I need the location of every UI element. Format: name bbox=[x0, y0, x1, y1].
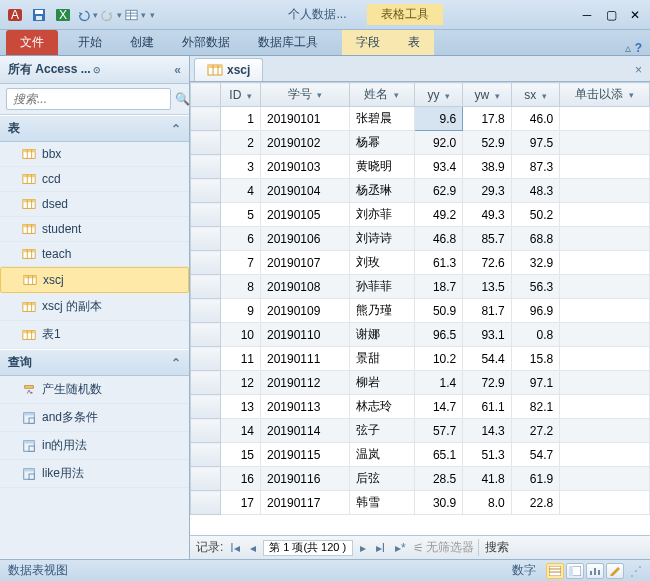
grid-cell[interactable]: 41.8 bbox=[463, 467, 511, 491]
grid-cell[interactable]: 50.2 bbox=[511, 203, 559, 227]
grid-cell[interactable]: 刘亦菲 bbox=[349, 203, 414, 227]
grid-cell[interactable]: 61.1 bbox=[463, 395, 511, 419]
grid-cell[interactable]: 49.3 bbox=[463, 203, 511, 227]
row-selector[interactable] bbox=[191, 131, 221, 155]
grid-cell[interactable]: 刘玫 bbox=[349, 251, 414, 275]
grid-cell[interactable] bbox=[560, 227, 650, 251]
recnav-next-icon[interactable]: ▸ bbox=[357, 541, 369, 555]
grid-cell[interactable]: 黄晓明 bbox=[349, 155, 414, 179]
grid-cell[interactable]: 32.9 bbox=[511, 251, 559, 275]
nav-group-查询[interactable]: 查询⌃ bbox=[0, 349, 189, 376]
grid-cell[interactable]: 9 bbox=[221, 299, 261, 323]
grid-cell[interactable]: 刘诗诗 bbox=[349, 227, 414, 251]
nav-collapse-icon[interactable]: « bbox=[174, 63, 181, 77]
grid-cell[interactable]: 景甜 bbox=[349, 347, 414, 371]
column-dropdown-icon[interactable]: ▾ bbox=[542, 91, 547, 101]
grid-cell[interactable] bbox=[560, 491, 650, 515]
grid-cell[interactable]: 孙菲菲 bbox=[349, 275, 414, 299]
grid-cell[interactable]: 29.3 bbox=[463, 179, 511, 203]
nav-item-xscj 的副本[interactable]: xscj 的副本 bbox=[0, 293, 189, 321]
row-selector[interactable] bbox=[191, 107, 221, 131]
row-selector[interactable] bbox=[191, 155, 221, 179]
grid-cell[interactable]: 20190115 bbox=[261, 443, 350, 467]
nav-header[interactable]: 所有 Access ... ⊙ « bbox=[0, 56, 189, 84]
grid-cell[interactable]: 93.4 bbox=[414, 155, 462, 179]
grid-cell[interactable] bbox=[560, 443, 650, 467]
recnav-search-label[interactable]: 搜索 bbox=[478, 539, 509, 556]
grid-cell[interactable]: 81.7 bbox=[463, 299, 511, 323]
column-header[interactable]: ID ▾ bbox=[221, 83, 261, 107]
grid-cell[interactable] bbox=[560, 203, 650, 227]
nav-item-dsed[interactable]: dsed bbox=[0, 192, 189, 217]
grid-cell[interactable]: 82.1 bbox=[511, 395, 559, 419]
grid-cell[interactable]: 10 bbox=[221, 323, 261, 347]
grid-cell[interactable]: 6 bbox=[221, 227, 261, 251]
view-datasheet-button[interactable] bbox=[546, 563, 564, 579]
nav-item-student[interactable]: student bbox=[0, 217, 189, 242]
row-selector-header[interactable] bbox=[191, 83, 221, 107]
row-selector[interactable] bbox=[191, 227, 221, 251]
grid-cell[interactable] bbox=[560, 275, 650, 299]
row-selector[interactable] bbox=[191, 179, 221, 203]
grid-cell[interactable]: 20190102 bbox=[261, 131, 350, 155]
grid-cell[interactable]: 0.8 bbox=[511, 323, 559, 347]
grid-cell[interactable]: 20190104 bbox=[261, 179, 350, 203]
grid-cell[interactable]: 柳岩 bbox=[349, 371, 414, 395]
row-selector[interactable] bbox=[191, 371, 221, 395]
grid-cell[interactable] bbox=[560, 347, 650, 371]
grid-cell[interactable]: 3 bbox=[221, 155, 261, 179]
access-app-icon[interactable]: A bbox=[4, 4, 26, 26]
grid-cell[interactable]: 68.8 bbox=[511, 227, 559, 251]
row-selector[interactable] bbox=[191, 203, 221, 227]
grid-cell[interactable]: 65.1 bbox=[414, 443, 462, 467]
grid-cell[interactable]: 15.8 bbox=[511, 347, 559, 371]
grid-cell[interactable]: 30.9 bbox=[414, 491, 462, 515]
grid-cell[interactable]: 8 bbox=[221, 275, 261, 299]
view-design-button[interactable] bbox=[606, 563, 624, 579]
nav-item-in的用法[interactable]: in的用法 bbox=[0, 432, 189, 460]
nav-group-表[interactable]: 表⌃ bbox=[0, 115, 189, 142]
column-dropdown-icon[interactable]: ▾ bbox=[629, 90, 634, 100]
grid-cell[interactable]: 1 bbox=[221, 107, 261, 131]
object-tab-xscj[interactable]: xscj bbox=[194, 58, 263, 81]
grid-cell[interactable]: 14 bbox=[221, 419, 261, 443]
grid-cell[interactable]: 20190107 bbox=[261, 251, 350, 275]
datasheet-icon[interactable]: ▾ bbox=[124, 4, 146, 26]
grid-cell[interactable]: 46.8 bbox=[414, 227, 462, 251]
tab-表[interactable]: 表 bbox=[394, 30, 434, 55]
grid-cell[interactable] bbox=[560, 131, 650, 155]
recnav-prev-icon[interactable]: ◂ bbox=[247, 541, 259, 555]
grid-cell[interactable]: 5 bbox=[221, 203, 261, 227]
column-dropdown-icon[interactable]: ▾ bbox=[495, 91, 500, 101]
tab-字段[interactable]: 字段 bbox=[342, 30, 394, 55]
grid-cell[interactable]: 温岚 bbox=[349, 443, 414, 467]
grid-cell[interactable]: 14.7 bbox=[414, 395, 462, 419]
grid-cell[interactable]: 14.3 bbox=[463, 419, 511, 443]
grid-cell[interactable]: 20190112 bbox=[261, 371, 350, 395]
recnav-first-icon[interactable]: I◂ bbox=[227, 541, 242, 555]
grid-cell[interactable]: 96.5 bbox=[414, 323, 462, 347]
grid-cell[interactable]: 20190105 bbox=[261, 203, 350, 227]
recnav-position-input[interactable] bbox=[263, 540, 353, 556]
grid-cell[interactable]: 林志玲 bbox=[349, 395, 414, 419]
grid-cell[interactable]: 10.2 bbox=[414, 347, 462, 371]
grid-cell[interactable]: 弦子 bbox=[349, 419, 414, 443]
grid-cell[interactable]: 20190111 bbox=[261, 347, 350, 371]
grid-cell[interactable]: 72.6 bbox=[463, 251, 511, 275]
excel-export-icon[interactable]: X bbox=[52, 4, 74, 26]
tab-创建[interactable]: 创建 bbox=[116, 30, 168, 55]
grid-cell[interactable] bbox=[560, 251, 650, 275]
grid-cell[interactable]: 20190110 bbox=[261, 323, 350, 347]
nav-item-and多条件[interactable]: and多条件 bbox=[0, 404, 189, 432]
grid-cell[interactable]: 61.9 bbox=[511, 467, 559, 491]
grid-cell[interactable]: 8.0 bbox=[463, 491, 511, 515]
grid-cell[interactable] bbox=[560, 395, 650, 419]
file-tab[interactable]: 文件 bbox=[6, 30, 58, 55]
row-selector[interactable] bbox=[191, 467, 221, 491]
object-close-icon[interactable]: × bbox=[627, 59, 650, 81]
grid-cell[interactable]: 87.3 bbox=[511, 155, 559, 179]
column-dropdown-icon[interactable]: ▾ bbox=[394, 90, 399, 100]
grid-cell[interactable]: 杨幂 bbox=[349, 131, 414, 155]
minimize-icon[interactable]: ─ bbox=[576, 4, 598, 26]
column-dropdown-icon[interactable]: ▾ bbox=[247, 91, 252, 101]
